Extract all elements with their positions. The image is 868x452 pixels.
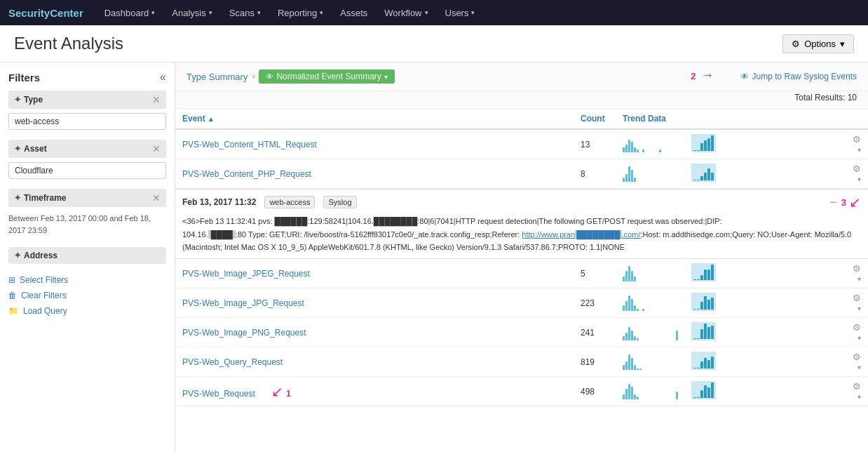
chevron-down-icon: ▾: [257, 9, 261, 16]
page-header: Event Analysis ⚙ Options ▾: [0, 25, 868, 62]
event-count-cell: 819: [574, 347, 616, 377]
chevron-down-icon[interactable]: ▾: [857, 275, 861, 283]
event-count-cell: 223: [574, 288, 616, 318]
col-trend[interactable]: Trend Data: [616, 109, 840, 129]
row-actions-cell[interactable]: ⚙ ▾: [840, 288, 868, 318]
table-row[interactable]: PVS-Web_Image_JPG_Request 223 ⚙ ▾: [175, 288, 868, 318]
gear-icon[interactable]: ⚙: [853, 134, 861, 145]
expanded-content: <36>Feb 13 11:32:41 pvs: ██████:129:5824…: [182, 215, 861, 254]
gear-icon[interactable]: ⚙: [853, 381, 861, 392]
clear-filters-button[interactable]: 🗑 Clear Filters: [8, 291, 166, 300]
filter-timeframe-label: ✦ Timeframe: [14, 193, 66, 203]
load-query-button[interactable]: 📁 Load Query: [8, 306, 166, 316]
breadcrumb-parent-link[interactable]: Type Summary: [187, 72, 247, 82]
pin-icon: ✦: [14, 251, 21, 260]
chevron-down-icon[interactable]: ▾: [857, 175, 861, 183]
gear-icon[interactable]: ⚙: [853, 352, 861, 362]
chevron-down-icon: ▾: [209, 9, 212, 16]
filter-timeframe-header[interactable]: ✦ Timeframe ✕: [8, 189, 166, 207]
select-filters-button[interactable]: ⊞ Select Filters: [8, 275, 166, 285]
collapse-sidebar-button[interactable]: «: [160, 71, 166, 84]
event-table: Event ▲ Count Trend Data PVS-Web_Content…: [175, 109, 868, 406]
remove-asset-filter-button[interactable]: ✕: [152, 143, 161, 154]
chevron-down-icon: ▾: [151, 9, 155, 16]
options-button[interactable]: ⚙ Options ▾: [782, 34, 854, 53]
nav-item-reporting[interactable]: Reporting ▾: [271, 0, 330, 25]
event-count-cell: 5: [574, 259, 616, 288]
nav-item-analysis[interactable]: Analysis ▾: [165, 0, 219, 25]
expanded-date: Feb 13, 2017 11:32: [182, 197, 256, 207]
event-trend-cell: [616, 129, 840, 159]
row-actions-cell[interactable]: ⚙ ▾: [840, 347, 868, 377]
row-actions-cell[interactable]: ⚙ ▾: [840, 318, 868, 347]
total-results-label: Total Results: 10: [175, 91, 868, 109]
chevron-down-icon[interactable]: ▾: [857, 334, 861, 342]
row-actions-cell[interactable]: ⚙ ▾: [840, 259, 868, 288]
table-row[interactable]: PVS-Web_Content_PHP_Request 8 ⚙ ▾: [175, 159, 868, 189]
table-row[interactable]: PVS-Web_Image_JPEG_Request 5 ⚙ ▾: [175, 259, 868, 288]
nav-item-scans[interactable]: Scans ▾: [222, 0, 268, 25]
chevron-down-icon[interactable]: ▾: [857, 146, 861, 154]
event-trend-cell: [616, 159, 840, 189]
filter-address-section: ✦ Address: [8, 247, 166, 264]
event-name-cell: PVS-Web_Image_PNG_Request: [175, 318, 574, 347]
gear-icon[interactable]: ⚙: [853, 322, 861, 333]
expanded-type-tag: web-access: [264, 196, 315, 208]
brand-logo[interactable]: SecurityCenter: [8, 7, 83, 19]
event-name-cell: PVS-Web_Content_PHP_Request: [175, 159, 574, 189]
breadcrumb-current[interactable]: 👁 Normalized Event Summary ▾: [259, 69, 394, 84]
asset-filter-value: Cloudflare: [8, 162, 166, 179]
nav-item-workflow[interactable]: Workflow ▾: [377, 0, 435, 25]
nav-item-users[interactable]: Users ▾: [438, 0, 482, 25]
sidebar-header: Filters «: [8, 71, 166, 84]
col-event[interactable]: Event ▲: [175, 109, 574, 129]
row-actions-cell[interactable]: ⚙ ▾: [840, 377, 868, 406]
referer-link[interactable]: http://www.pran████████.com/: [522, 230, 640, 239]
remove-timeframe-filter-button[interactable]: ✕: [152, 192, 161, 204]
event-name-cell: PVS-Web_Image_JPG_Request: [175, 288, 574, 318]
event-name-cell: PVS-Web_Image_JPEG_Request: [175, 259, 574, 288]
table-row[interactable]: PVS-Web_Image_PNG_Request 241 ⚙ ▾: [175, 318, 868, 347]
minimize-button[interactable]: −: [829, 195, 837, 210]
filter-address-label: ✦ Address: [14, 251, 57, 260]
chevron-down-icon[interactable]: ▾: [857, 305, 861, 312]
table-row[interactable]: PVS-Web_Query_Request 819 ⚙ ▾: [175, 347, 868, 377]
event-trend-cell: [616, 377, 840, 406]
filter-type-section: ✦ Type ✕ web-access: [8, 91, 166, 130]
breadcrumb-separator: ›: [252, 72, 255, 81]
pin-icon: ✦: [14, 144, 21, 154]
gear-icon[interactable]: ⚙: [853, 164, 861, 174]
remove-type-filter-button[interactable]: ✕: [152, 94, 161, 105]
eye-icon: 👁: [740, 72, 749, 81]
page-title: Event Analysis: [14, 34, 123, 53]
eye-icon: 👁: [266, 72, 273, 81]
nav-item-assets[interactable]: Assets: [333, 0, 374, 25]
top-navigation: SecurityCenter Dashboard ▾ Analysis ▾ Sc…: [0, 0, 868, 25]
sidebar-title: Filters: [8, 72, 40, 84]
chevron-down-icon: ▾: [384, 73, 388, 81]
filter-address-header[interactable]: ✦ Address: [8, 247, 166, 264]
col-count[interactable]: Count: [574, 109, 616, 129]
filter-type-header[interactable]: ✦ Type ✕: [8, 91, 166, 109]
sidebar: Filters « ✦ Type ✕ web-access ✦ Asset ✕: [0, 62, 175, 452]
row-actions-cell[interactable]: ⚙ ▾: [840, 129, 868, 159]
gear-icon[interactable]: ⚙: [853, 263, 861, 274]
filter-asset-section: ✦ Asset ✕ Cloudflare: [8, 140, 166, 179]
expanded-detail-row: Feb 13, 2017 11:32 web-access Syslog − 3…: [175, 189, 868, 259]
nav-item-dashboard[interactable]: Dashboard ▾: [97, 0, 163, 25]
folder-icon: 📁: [8, 306, 19, 316]
filter-asset-header[interactable]: ✦ Asset ✕: [8, 140, 166, 158]
event-count-cell: 241: [574, 318, 616, 347]
gear-icon[interactable]: ⚙: [853, 293, 861, 303]
table-row[interactable]: PVS-Web_Content_HTML_Request 13 ⚙ ▾: [175, 129, 868, 159]
table-row[interactable]: PVS-Web_Request ↙1 498 ⚙ ▾: [175, 377, 868, 406]
row-actions-cell[interactable]: ⚙ ▾: [840, 159, 868, 189]
pin-icon: ✦: [14, 193, 21, 203]
timeframe-filter-value: Between Feb 13, 2017 00:00 and Feb 18, 2…: [8, 211, 166, 237]
chevron-down-icon[interactable]: ▾: [857, 393, 861, 401]
jump-to-raw-syslog-button[interactable]: 👁 Jump to Raw Syslog Events: [740, 72, 857, 81]
chevron-down-icon[interactable]: ▾: [857, 364, 861, 371]
breadcrumb: Type Summary › 👁 Normalized Event Summar…: [187, 69, 395, 84]
chevron-down-icon: ▾: [840, 39, 845, 49]
pin-icon: ✦: [14, 95, 21, 105]
